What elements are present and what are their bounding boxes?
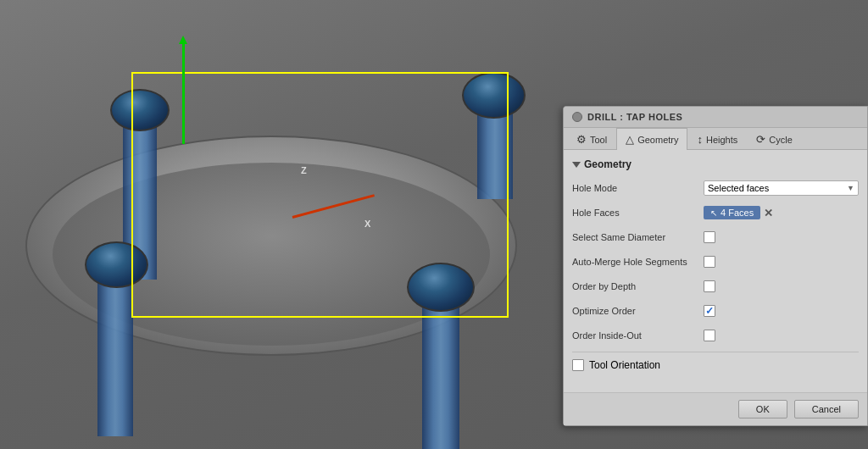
auto-merge-control — [704, 256, 859, 268]
hole-mode-dropdown[interactable]: Selected faces ▼ — [704, 180, 859, 196]
faces-close-button[interactable]: ✕ — [764, 207, 773, 219]
axis-x-label: X — [364, 219, 370, 229]
tab-cycle[interactable]: ⟳ Cycle — [747, 128, 802, 150]
faces-count: 4 Faces — [721, 208, 754, 218]
axis-z-label: Z — [301, 165, 307, 175]
order-inside-out-control — [704, 330, 859, 341]
order-by-depth-label: Order by Depth — [572, 281, 704, 291]
hole-faces-control: ↖ 4 Faces ✕ — [704, 206, 859, 219]
tab-geometry[interactable]: △ Geometry — [616, 128, 687, 150]
optimize-order-row: Optimize Order ✓ — [572, 302, 859, 320]
select-same-diameter-label: Select Same Diameter — [572, 232, 704, 242]
axis-y-arrow — [182, 42, 185, 144]
geometry-section-header: Geometry — [572, 158, 859, 170]
tool-tab-icon: ⚙ — [576, 133, 587, 146]
auto-merge-row: Auto-Merge Hole Segments — [572, 252, 859, 271]
cycle-tab-icon: ⟳ — [756, 133, 765, 146]
tool-orientation-row: Tool Orientation — [572, 359, 859, 371]
tab-geometry-label: Geometry — [637, 135, 678, 145]
scene-container: Z X — [0, 0, 568, 449]
drill-tap-holes-panel: DRILL : TAP HOLES ⚙ Tool △ Geometry ↕ He… — [563, 106, 868, 426]
tab-bar: ⚙ Tool △ Geometry ↕ Heights ⟳ Cycle — [564, 128, 867, 150]
heights-tab-icon: ↕ — [697, 133, 703, 146]
viewport: Z X DRILL : TAP HOLES ⚙ Tool △ Geometry … — [0, 0, 868, 449]
hole-faces-label: Hole Faces — [572, 208, 704, 218]
optimize-order-control: ✓ — [704, 305, 859, 317]
optimize-order-checkbox[interactable]: ✓ — [704, 305, 715, 317]
cursor-icon: ↖ — [710, 208, 717, 218]
section-title: Geometry — [584, 158, 632, 170]
divider — [572, 352, 859, 352]
geometry-tab-icon: △ — [626, 133, 634, 146]
tab-heights-label: Heights — [706, 135, 737, 145]
shaft-bottom-left — [97, 267, 133, 436]
order-by-depth-row: Order by Depth — [572, 277, 859, 296]
ok-button[interactable]: OK — [738, 400, 787, 419]
tab-heights[interactable]: ↕ Heights — [687, 128, 747, 150]
faces-button[interactable]: ↖ 4 Faces — [704, 206, 760, 219]
panel-titlebar: DRILL : TAP HOLES — [564, 107, 867, 128]
cancel-button[interactable]: Cancel — [794, 400, 859, 419]
order-inside-out-row: Order Inside-Out — [572, 326, 859, 345]
tab-tool[interactable]: ⚙ Tool — [567, 128, 616, 150]
optimize-order-label: Optimize Order — [572, 306, 704, 316]
panel-title: DRILL : TAP HOLES — [587, 112, 682, 122]
order-by-depth-control — [704, 280, 859, 292]
select-same-diameter-checkbox[interactable] — [704, 231, 715, 243]
auto-merge-label: Auto-Merge Hole Segments — [572, 257, 704, 267]
checkbox-checkmark: ✓ — [705, 305, 714, 317]
order-by-depth-checkbox[interactable] — [704, 280, 715, 292]
panel-title-dot — [572, 112, 582, 122]
hole-mode-label: Hole Mode — [572, 183, 704, 193]
selection-rectangle — [131, 72, 509, 318]
button-bar: OK Cancel — [564, 392, 867, 425]
select-same-diameter-control — [704, 231, 859, 243]
hole-mode-value: Selected faces — [708, 183, 769, 193]
tab-cycle-label: Cycle — [769, 135, 793, 145]
hole-mode-control: Selected faces ▼ — [704, 180, 859, 196]
select-same-diameter-row: Select Same Diameter — [572, 228, 859, 247]
panel-content: Geometry Hole Mode Selected faces ▼ Hole… — [564, 150, 867, 392]
order-inside-out-label: Order Inside-Out — [572, 330, 704, 341]
auto-merge-checkbox[interactable] — [704, 256, 715, 268]
dropdown-arrow-icon: ▼ — [847, 184, 854, 192]
order-inside-out-checkbox[interactable] — [704, 330, 715, 341]
tab-tool-label: Tool — [590, 135, 607, 145]
faces-tag: ↖ 4 Faces ✕ — [704, 206, 859, 219]
tool-orientation-label: Tool Orientation — [589, 359, 660, 371]
hole-mode-row: Hole Mode Selected faces ▼ — [572, 179, 859, 197]
section-collapse-icon[interactable] — [572, 162, 581, 168]
tool-orientation-checkbox[interactable] — [572, 359, 584, 371]
hole-faces-row: Hole Faces ↖ 4 Faces ✕ — [572, 203, 859, 222]
